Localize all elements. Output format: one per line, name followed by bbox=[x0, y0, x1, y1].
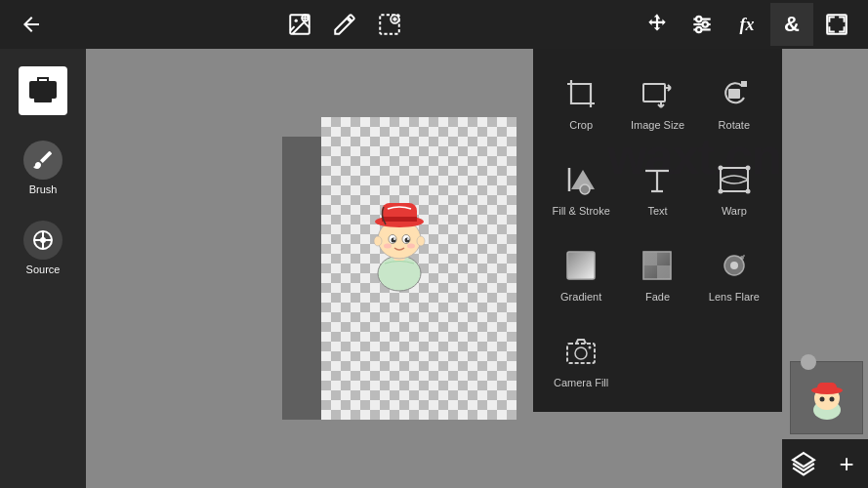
image-size-icon bbox=[636, 72, 679, 115]
svg-point-32 bbox=[384, 244, 392, 249]
brush-icon[interactable] bbox=[323, 3, 366, 46]
top-toolbar: fx & bbox=[0, 0, 868, 49]
svg-point-58 bbox=[575, 347, 587, 359]
camera-fill-icon bbox=[559, 330, 602, 373]
menu-row-4: Camera Fill bbox=[533, 316, 782, 402]
layers-button[interactable] bbox=[784, 444, 823, 483]
warp-icon bbox=[713, 158, 756, 201]
svg-point-42 bbox=[718, 166, 723, 171]
sidebar-item-source[interactable]: Source bbox=[4, 213, 82, 283]
thumbnail-dot bbox=[801, 354, 816, 370]
lens-flare-icon bbox=[713, 244, 756, 287]
rotate-icon bbox=[713, 72, 756, 115]
svg-point-45 bbox=[745, 189, 750, 194]
svg-point-10 bbox=[696, 27, 701, 32]
svg-point-35 bbox=[417, 236, 425, 246]
brush-circle-icon bbox=[23, 141, 62, 180]
adjust-icon[interactable] bbox=[681, 3, 723, 46]
svg-point-54 bbox=[730, 262, 738, 269]
menu-item-empty1 bbox=[621, 324, 694, 394]
svg-point-8 bbox=[696, 17, 701, 21]
crop-icon bbox=[559, 72, 602, 115]
svg-rect-36 bbox=[571, 84, 591, 103]
image-size-label: Image Size bbox=[631, 119, 684, 131]
svg-rect-37 bbox=[643, 84, 665, 102]
back-button[interactable] bbox=[10, 3, 53, 46]
svg-point-44 bbox=[718, 189, 723, 194]
menu-item-fill-stroke[interactable]: Fill & Stroke bbox=[545, 152, 618, 223]
add-layer-button[interactable]: + bbox=[827, 444, 866, 483]
warp-label: Warp bbox=[722, 205, 747, 217]
text-label: Text bbox=[647, 205, 667, 217]
camera-fill-label: Camera Fill bbox=[554, 377, 608, 388]
bottom-toolbar-right: + bbox=[782, 439, 868, 488]
svg-point-34 bbox=[374, 236, 382, 246]
character-image bbox=[351, 166, 448, 303]
menu-item-fade[interactable]: Fade bbox=[621, 238, 694, 308]
svg-point-43 bbox=[745, 166, 750, 171]
left-sidebar: Brush Source bbox=[0, 49, 86, 488]
move-icon[interactable] bbox=[636, 3, 679, 46]
svg-point-59 bbox=[589, 346, 592, 349]
svg-rect-39 bbox=[728, 89, 740, 99]
thumbnail-preview bbox=[790, 361, 863, 434]
menu-item-warp[interactable]: Warp bbox=[697, 152, 770, 223]
svg-rect-12 bbox=[29, 81, 57, 99]
menu-item-gradient[interactable]: Gradient bbox=[545, 238, 618, 308]
source-label: Source bbox=[26, 264, 61, 275]
svg-point-31 bbox=[407, 238, 409, 240]
menu-item-crop[interactable]: Crop bbox=[545, 66, 618, 137]
svg-point-65 bbox=[819, 396, 824, 401]
expand-icon[interactable] bbox=[815, 3, 858, 46]
crop-label: Crop bbox=[569, 119, 593, 131]
fade-label: Fade bbox=[645, 291, 670, 303]
menu-item-empty2 bbox=[697, 324, 770, 394]
fill-stroke-label: Fill & Stroke bbox=[553, 205, 610, 217]
svg-point-66 bbox=[829, 396, 834, 401]
fill-stroke-icon bbox=[559, 158, 602, 201]
svg-point-28 bbox=[391, 238, 395, 243]
fx-icon[interactable]: fx bbox=[725, 3, 768, 46]
menu-row-1: Crop Image Size Rotate bbox=[533, 59, 782, 144]
svg-rect-25 bbox=[382, 217, 417, 222]
svg-rect-52 bbox=[643, 252, 671, 279]
svg-point-9 bbox=[703, 21, 708, 26]
svg-point-30 bbox=[393, 238, 395, 240]
gradient-label: Gradient bbox=[560, 291, 601, 303]
fade-icon bbox=[636, 244, 679, 287]
svg-rect-64 bbox=[817, 383, 837, 392]
blend-icon[interactable]: & bbox=[770, 3, 813, 46]
brush-label: Brush bbox=[29, 183, 58, 195]
menu-item-text[interactable]: Text bbox=[621, 152, 694, 223]
svg-rect-13 bbox=[34, 98, 52, 102]
svg-marker-38 bbox=[742, 82, 746, 86]
svg-point-15 bbox=[41, 238, 45, 242]
menu-item-lens-flare[interactable]: Lens Flare bbox=[697, 238, 770, 308]
svg-rect-46 bbox=[567, 252, 595, 279]
menu-row-2: Fill & Stroke Text bbox=[533, 144, 782, 230]
gradient-icon bbox=[559, 244, 602, 287]
svg-rect-41 bbox=[721, 168, 748, 191]
svg-point-1 bbox=[294, 20, 297, 22]
menu-item-image-size[interactable]: Image Size bbox=[621, 66, 694, 137]
rotate-label: Rotate bbox=[719, 119, 750, 131]
thumbnail-image bbox=[798, 369, 856, 427]
menu-row-3: Gradient bbox=[533, 230, 782, 316]
menu-item-rotate[interactable]: Rotate bbox=[697, 66, 770, 137]
sidebar-item-brush[interactable]: Brush bbox=[4, 133, 82, 203]
selection-icon[interactable] bbox=[368, 3, 411, 46]
stamp-icon bbox=[19, 66, 67, 115]
image-icon[interactable] bbox=[278, 3, 321, 46]
dropdown-menu: Crop Image Size Rotate bbox=[533, 49, 782, 412]
svg-point-56 bbox=[743, 255, 745, 257]
svg-point-40 bbox=[580, 184, 590, 194]
svg-point-29 bbox=[404, 238, 409, 243]
menu-item-camera-fill[interactable]: Camera Fill bbox=[545, 324, 618, 394]
sidebar-item-stamp[interactable] bbox=[4, 59, 82, 123]
svg-point-33 bbox=[407, 244, 415, 249]
source-circle-icon bbox=[23, 221, 62, 260]
text-icon bbox=[636, 158, 679, 201]
lens-flare-label: Lens Flare bbox=[709, 291, 760, 303]
